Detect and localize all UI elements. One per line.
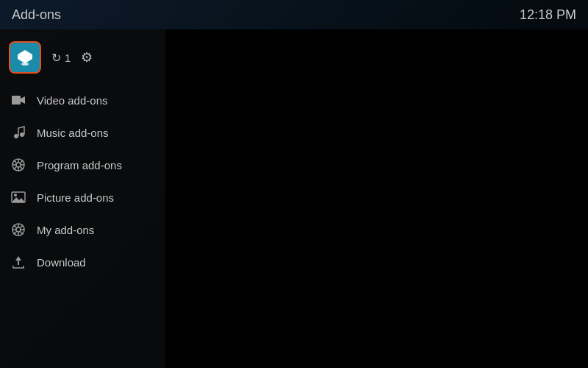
sidebar-item-my-addons[interactable]: My add-ons [0, 213, 165, 246]
sidebar-item-picture-addons[interactable]: Picture add-ons [0, 181, 165, 213]
addon-icon-button[interactable] [9, 41, 41, 74]
video-icon [10, 92, 26, 108]
my-addons-label: My add-ons [37, 224, 94, 236]
music-addons-label: Music add-ons [37, 127, 109, 139]
svg-point-4 [21, 63, 29, 66]
page-title: Add-ons [12, 7, 61, 23]
picture-addons-label: Picture add-ons [37, 191, 114, 204]
svg-point-8 [20, 132, 24, 137]
refresh-icon: ↻ [51, 51, 61, 65]
clock: 12:18 PM [520, 7, 576, 23]
sidebar: ↻ 1 ⚙ Video add-ons [0, 29, 165, 368]
svg-point-10 [16, 163, 21, 167]
svg-point-7 [14, 134, 18, 138]
sidebar-menu: Video add-ons Music add-ons [0, 84, 165, 368]
my-addons-icon [10, 222, 26, 238]
sidebar-item-download[interactable]: Download [0, 246, 165, 278]
svg-marker-21 [12, 197, 25, 202]
sidebar-item-program-addons[interactable]: Program add-ons [0, 149, 165, 181]
program-addons-label: Program add-ons [37, 159, 122, 171]
download-icon [10, 254, 26, 270]
addon-dropbox-icon [15, 47, 35, 68]
program-icon [10, 157, 26, 173]
svg-marker-6 [21, 96, 25, 104]
sidebar-item-music-addons[interactable]: Music add-ons [0, 116, 165, 149]
sidebar-toolbar: ↻ 1 ⚙ [0, 37, 165, 84]
main-content [165, 29, 588, 368]
settings-button[interactable]: ⚙ [81, 49, 93, 66]
update-button[interactable]: ↻ 1 [51, 51, 71, 65]
svg-rect-5 [12, 96, 21, 105]
svg-point-23 [16, 227, 21, 232]
header: Add-ons 12:18 PM [0, 0, 588, 29]
video-addons-label: Video add-ons [37, 94, 107, 107]
sidebar-item-video-addons[interactable]: Video add-ons [0, 84, 165, 116]
body: ↻ 1 ⚙ Video add-ons [0, 29, 588, 368]
picture-icon [10, 189, 26, 205]
download-label: Download [37, 256, 86, 269]
music-icon [10, 124, 26, 141]
update-count: 1 [65, 52, 71, 64]
app-container: Add-ons 12:18 PM [0, 0, 588, 368]
svg-point-20 [14, 194, 17, 197]
